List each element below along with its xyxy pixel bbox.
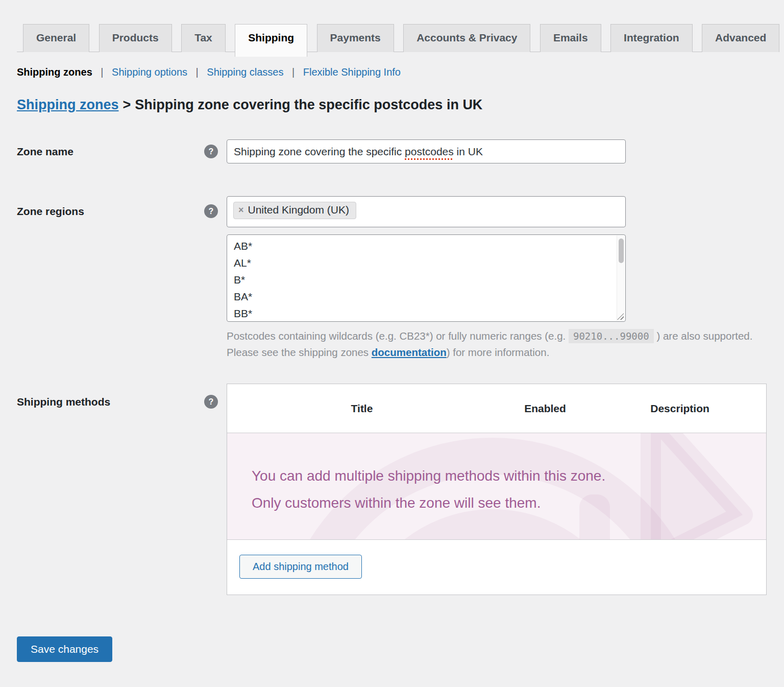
tab-integration[interactable]: Integration (610, 24, 693, 52)
shipping-methods-row: Shipping methods ? Title Enabled Descrip… (17, 384, 767, 595)
zone-name-value-suffix: in UK (454, 146, 483, 158)
zone-regions-label: Zone regions (17, 205, 84, 218)
zone-name-value-prefix: Shipping zone covering the specific (234, 146, 405, 158)
remove-region-icon[interactable]: × (238, 205, 244, 216)
zone-regions-label-col: Zone regions ? (17, 196, 227, 218)
postcodes-help-text: Postcodes containing wildcards (e.g. CB2… (227, 328, 767, 361)
shipping-methods-label: Shipping methods (17, 396, 110, 408)
tab-shipping[interactable]: Shipping (235, 24, 307, 57)
textarea-scrollbar[interactable] (617, 235, 625, 321)
shipping-methods-label-col: Shipping methods ? (17, 384, 227, 409)
subnav-separator: | (292, 66, 295, 78)
help-text-part: ) for more information. (447, 346, 550, 358)
subnav-shipping-classes[interactable]: Shipping classes (207, 66, 283, 78)
tab-advanced[interactable]: Advanced (702, 24, 779, 52)
add-shipping-method-button[interactable]: Add shipping method (239, 555, 362, 579)
help-text-part: Postcodes containing wildcards (e.g. CB2… (227, 330, 569, 342)
zone-regions-row: Zone regions ? ×United Kingdom (UK) AB* … (17, 196, 767, 361)
tab-general[interactable]: General (23, 24, 89, 52)
scrollbar-thumb[interactable] (619, 239, 624, 263)
shipping-methods-table: Title Enabled Description You can a (227, 384, 767, 595)
postcode-line: AL* (234, 254, 609, 271)
empty-state-message-line2: Only customers within the zone will see … (252, 489, 751, 516)
shipping-methods-table-header: Title Enabled Description (227, 384, 766, 433)
settings-page: General Products Tax Shipping Payments A… (0, 0, 784, 687)
breadcrumb: Shipping zones>Shipping zone covering th… (17, 97, 767, 113)
subnav-shipping-zones[interactable]: Shipping zones (17, 66, 92, 78)
breadcrumb-separator: > (123, 97, 131, 112)
subnav-separator: | (196, 66, 199, 78)
region-chip-united-kingdom: ×United Kingdom (UK) (233, 202, 356, 219)
zone-name-label: Zone name (17, 146, 74, 158)
save-changes-button[interactable]: Save changes (17, 636, 112, 662)
zone-name-value-misspelled-word: postcodes (405, 146, 454, 158)
shipping-methods-help-icon[interactable]: ? (204, 395, 218, 409)
shipping-methods-table-footer: Add shipping method (227, 540, 766, 595)
column-header-title: Title (227, 402, 497, 415)
zone-name-label-col: Zone name ? (17, 139, 227, 158)
subnav-separator: | (101, 66, 103, 78)
shipping-subnav: Shipping zones | Shipping options | Ship… (17, 66, 767, 78)
zone-name-row: Zone name ? Shipping zone covering the s… (17, 139, 767, 163)
tab-products[interactable]: Products (99, 24, 172, 52)
zone-regions-select[interactable]: ×United Kingdom (UK) (227, 196, 626, 227)
region-chip-label: United Kingdom (UK) (248, 204, 349, 216)
subnav-flexible-shipping-info[interactable]: Flexible Shipping Info (303, 66, 401, 78)
postcode-line: BB* (234, 305, 609, 322)
column-header-enabled: Enabled (497, 402, 594, 415)
tab-payments[interactable]: Payments (317, 24, 394, 52)
postcode-line: AB* (234, 238, 609, 254)
tab-tax[interactable]: Tax (181, 24, 226, 52)
documentation-link[interactable]: documentation (372, 346, 447, 358)
page-title: Shipping zone covering the specific post… (135, 97, 482, 112)
postcode-line: BA* (234, 288, 609, 305)
column-header-description: Description (594, 402, 766, 415)
subnav-shipping-options[interactable]: Shipping options (112, 66, 187, 78)
zone-name-help-icon[interactable]: ? (204, 145, 218, 158)
empty-state-message: You can add multiple shipping methods wi… (227, 433, 766, 516)
zone-regions-help-icon[interactable]: ? (204, 204, 218, 218)
breadcrumb-shipping-zones-link[interactable]: Shipping zones (17, 97, 119, 112)
shipping-methods-empty-state: You can add multiple shipping methods wi… (227, 433, 766, 540)
postcode-range-code: 90210...99000 (569, 329, 654, 343)
empty-state-message-line1: You can add multiple shipping methods wi… (252, 462, 751, 489)
settings-tab-bar: General Products Tax Shipping Payments A… (17, 24, 767, 52)
zone-name-input[interactable]: Shipping zone covering the specific post… (227, 139, 626, 163)
tab-emails[interactable]: Emails (540, 24, 601, 52)
tab-accounts-privacy[interactable]: Accounts & Privacy (403, 24, 530, 52)
postcode-line: B* (234, 271, 609, 288)
postcodes-textarea[interactable]: AB* AL* B* BA* BB* (227, 234, 626, 322)
